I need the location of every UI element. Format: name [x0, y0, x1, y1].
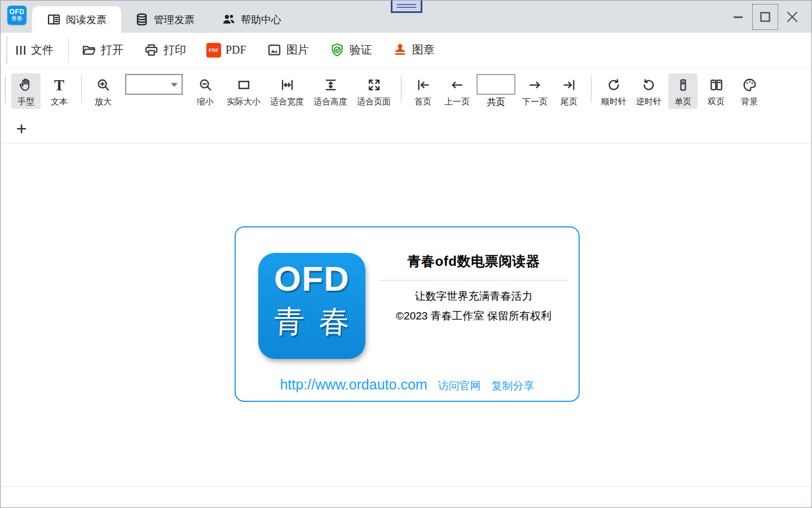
single-page-button[interactable]: 单页 — [668, 73, 698, 109]
menu-bars-icon — [15, 43, 27, 57]
last-page-icon — [562, 76, 577, 95]
tool-label: 适合高度 — [314, 97, 347, 107]
tool-label: 逆时针 — [636, 97, 661, 107]
toolbar-separator — [401, 76, 401, 103]
page-number-group: 共页 — [476, 74, 515, 108]
new-tab-button[interactable]: + — [12, 120, 31, 137]
verify-button[interactable]: 验证 — [329, 42, 372, 58]
copy-share-link[interactable]: 复制分享 — [492, 379, 535, 393]
image-icon — [267, 42, 282, 58]
window-drag-handle[interactable] — [391, 1, 422, 13]
rotate-clockwise-button[interactable]: 顺时针 — [598, 73, 629, 109]
button-label: 文件 — [31, 42, 54, 58]
app-logo-icon: OFD 青春 — [7, 6, 27, 25]
app-logo-text-ofd: OFD — [10, 8, 25, 15]
toolbar-separator — [81, 76, 82, 103]
zoom-in-button[interactable]: 放大 — [89, 73, 118, 109]
tab-read-invoice[interactable]: 阅读发票 — [32, 6, 121, 33]
tool-label: 尾页 — [561, 97, 577, 107]
next-page-icon — [527, 76, 542, 95]
prev-page-icon — [449, 76, 465, 95]
app-window: OFD 青春 阅读发票 — [0, 0, 812, 508]
tool-label: 首页 — [414, 97, 431, 107]
tool-label: 适合宽度 — [270, 97, 304, 107]
zoom-out-button[interactable]: 缩小 — [191, 73, 220, 109]
fit-height-button[interactable]: 适合高度 — [311, 73, 350, 109]
tool-label: 上一页 — [444, 97, 470, 107]
titlebar: OFD 青春 阅读发票 — [1, 1, 811, 33]
window-controls — [727, 1, 804, 33]
chevron-down-icon — [171, 83, 178, 87]
export-pdf-button[interactable]: PDF PDF — [206, 43, 246, 58]
tab-help-center[interactable]: 帮助中心 — [208, 6, 295, 33]
export-image-button[interactable]: 图片 — [267, 42, 309, 58]
people-icon — [222, 12, 236, 27]
ofd-logo-subtext: 青春 — [273, 301, 351, 343]
reader-icon — [47, 12, 61, 27]
fit-width-button[interactable]: 适合宽度 — [267, 73, 307, 109]
tab-manage-invoice[interactable]: 管理发票 — [121, 6, 208, 33]
fit-width-icon — [280, 76, 295, 95]
open-folder-icon — [81, 42, 96, 58]
hand-icon — [18, 76, 34, 95]
zoom-level-combobox[interactable] — [125, 74, 183, 95]
minimize-button[interactable] — [727, 6, 749, 28]
tool-label: 双页 — [708, 97, 725, 107]
tool-label: 放大 — [95, 97, 112, 107]
single-page-icon — [676, 76, 691, 95]
fit-page-button[interactable]: 适合页面 — [354, 73, 394, 109]
stamp-button[interactable]: 图章 — [392, 42, 435, 58]
actual-size-button[interactable]: 实际大小 — [224, 73, 263, 109]
button-label: 图片 — [286, 42, 309, 58]
divider — [379, 280, 568, 281]
tool-label: 适合页面 — [357, 97, 391, 107]
open-button[interactable]: 打开 — [81, 42, 123, 58]
ofd-logo-text: OFD — [274, 261, 350, 297]
maximize-button[interactable] — [754, 6, 776, 28]
about-card: OFD 青春 青春ofd数电票阅读器 让数字世界充满青春活力 ©2023 青春工… — [235, 226, 580, 402]
tab-label: 管理发票 — [154, 13, 195, 27]
document-area: OFD 青春 青春ofd数电票阅读器 让数字世界充满青春活力 ©2023 青春工… — [1, 143, 811, 487]
tool-label: 背景 — [741, 97, 758, 107]
button-label: 验证 — [350, 42, 372, 58]
tool-label: 顺时针 — [601, 97, 626, 107]
last-page-button[interactable]: 尾页 — [554, 73, 584, 109]
close-button[interactable] — [781, 6, 804, 28]
app-title: 青春ofd数电票阅读器 — [377, 252, 571, 270]
toolbar-gripper[interactable] — [6, 37, 7, 64]
toolbar-separator — [68, 38, 69, 62]
zoom-out-icon — [198, 76, 213, 95]
palette-icon — [742, 76, 757, 95]
website-url[interactable]: http://www.ordauto.com — [280, 376, 427, 393]
status-bar — [1, 487, 811, 507]
pdf-icon: PDF — [206, 43, 221, 58]
actual-size-icon — [236, 76, 251, 95]
double-page-button[interactable]: 双页 — [701, 73, 731, 109]
shield-check-icon — [329, 42, 345, 58]
page-number-input[interactable] — [476, 74, 515, 95]
tool-label: 手型 — [17, 97, 34, 107]
print-button[interactable]: 打印 — [144, 42, 186, 58]
hand-tool-button[interactable]: 手型 — [11, 73, 41, 109]
background-button[interactable]: 背景 — [735, 73, 764, 109]
stamp-icon — [392, 42, 408, 58]
file-menu-button[interactable]: 文件 — [15, 42, 54, 58]
first-page-button[interactable]: 首页 — [408, 73, 438, 109]
rotate-counterclockwise-button[interactable]: 逆时针 — [633, 73, 664, 109]
tool-label: 共页 — [487, 97, 505, 108]
copyright-text: ©2023 青春工作室 保留所有权利 — [377, 309, 571, 323]
database-icon — [135, 12, 149, 27]
visit-site-link[interactable]: 访问官网 — [438, 379, 481, 393]
double-page-icon — [709, 76, 724, 95]
next-page-button[interactable]: 下一页 — [519, 73, 550, 109]
button-label: PDF — [226, 43, 246, 56]
text-tool-icon: T — [54, 76, 64, 95]
ofd-logo: OFD 青春 — [258, 253, 365, 359]
fit-height-icon — [323, 76, 338, 95]
prev-page-button[interactable]: 上一页 — [442, 73, 473, 109]
text-tool-button[interactable]: T 文本 — [45, 73, 74, 109]
zoom-in-icon — [96, 76, 111, 95]
tool-label: 缩小 — [197, 97, 214, 107]
tool-label: 实际大小 — [227, 97, 261, 107]
toolbar-gripper[interactable] — [5, 77, 6, 103]
